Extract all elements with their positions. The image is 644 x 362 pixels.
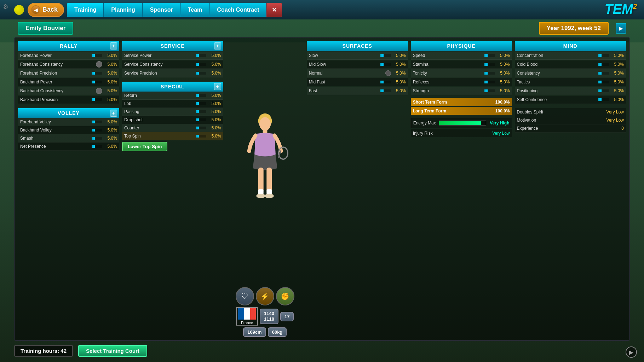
svg-rect-5: [258, 168, 263, 192]
stat-slow: Slow 5.0%: [307, 52, 408, 60]
stat-normal: Normal 5.0%: [307, 69, 408, 77]
stat-forehand-precision: Forehand Precision 5.0%: [18, 69, 119, 77]
stat-backhand-precision: Backhand Precision 5.0%: [18, 96, 119, 104]
stat-speed: Speed 5.0%: [411, 52, 512, 60]
weight-display: 60kg: [268, 327, 287, 337]
stat-service-consistency: Service Consistency 5.0%: [122, 60, 223, 69]
stat-drop-shot: Drop shot 5.0%: [122, 116, 223, 124]
top-bar: ⚙ ◀ Back Training Planning Sponsor Team …: [0, 0, 644, 19]
stat-smash: Smash 5.0%: [18, 134, 119, 142]
age-display: 17: [280, 312, 294, 321]
back-button[interactable]: ◀ Back: [28, 3, 64, 17]
stat-top-spin: Top Spin 5.0%: [122, 132, 223, 140]
svg-point-9: [256, 194, 265, 198]
tab-coach-contract[interactable]: Coach Contract: [209, 3, 266, 17]
special-header: SPECIAL +: [122, 82, 223, 92]
skill-icon-3: ✊: [276, 287, 294, 305]
service-plus-button[interactable]: +: [214, 42, 221, 49]
rally-header: RALLY +: [18, 41, 119, 51]
stat-doubles-spirit: Doubles Spirit Very Low: [515, 108, 626, 116]
back-label: Back: [42, 6, 58, 13]
stat-strength: Strength 5.0%: [411, 87, 512, 95]
bottom-right-arrow[interactable]: ▶: [626, 346, 637, 358]
next-week-button[interactable]: ▶: [616, 23, 626, 34]
rally-plus-button[interactable]: +: [110, 42, 117, 49]
stat-experience: Experience 0: [515, 124, 626, 133]
lower-topspin-button[interactable]: Lower Top Spin: [122, 142, 168, 151]
player-bar: Emily Bouvier Year 1992, week 52 ▶: [18, 22, 626, 35]
center-player-section: 🛡 ⚡ ✊ France 1140 1118 17: [226, 41, 304, 337]
stat-tactics: Tactics 5.0%: [515, 78, 626, 86]
player-info-icons: 🛡 ⚡ ✊ France 1140 1118 17: [226, 287, 304, 337]
stat-consistency: Consistency 5.0%: [515, 69, 626, 77]
service-special-section: SERVICE + Service Power 5.0% Service Con…: [122, 41, 223, 337]
physique-section: PHYSIQUE Speed 5.0% Stamina 5.0% Tonicit…: [411, 41, 512, 337]
stat-passing: Passing 5.0%: [122, 108, 223, 116]
nav-tabs: Training Planning Sponsor Team Coach Con…: [67, 3, 266, 17]
skill-icon-1: 🛡: [236, 287, 254, 305]
player-avatar: [237, 110, 293, 216]
stat-service-power: Service Power 5.0%: [122, 52, 223, 60]
tab-planning[interactable]: Planning: [104, 3, 143, 17]
height-display: 169cm: [243, 327, 266, 337]
service-header: SERVICE +: [122, 41, 223, 51]
stat-counter: Counter 5.0%: [122, 124, 223, 132]
stat-short-term-form: Short Term Form 100.0%: [411, 98, 512, 106]
svg-point-1: [259, 117, 271, 131]
stat-motivation: Motivation Very Low: [515, 116, 626, 124]
svg-rect-6: [266, 168, 272, 192]
close-button[interactable]: ×: [266, 3, 282, 17]
volley-plus-button[interactable]: +: [110, 110, 117, 117]
physique-header: PHYSIQUE: [411, 41, 512, 51]
stat-backhand-consistency: Backhand Consistency 5.0%: [18, 87, 119, 95]
stat-forehand-consistency: Forehand Consistency 5.0%: [18, 60, 119, 69]
stat-long-term-form: Long Term Form 100.0%: [411, 107, 512, 115]
back-arrow-icon: ◀: [31, 5, 40, 14]
energy-bar: [439, 121, 486, 125]
stat-concentration: Concentration 5.0%: [515, 52, 626, 60]
surfaces-header: SURFACES: [307, 41, 408, 51]
main-content: RALLY + Forehand Power 5.0% Forehand Con…: [14, 37, 630, 341]
stat-forehand-volley: Forehand Volley 5.0%: [18, 118, 119, 126]
stat-lob: Lob 5.0%: [122, 100, 223, 108]
settings-icon[interactable]: ⚙: [3, 3, 8, 11]
stat-mid-slow: Mid Slow 5.0%: [307, 60, 408, 69]
mind-section: MIND Concentration 5.0% Cold Blood 5.0% …: [515, 41, 626, 337]
stat-positioning: Positioning 5.0%: [515, 87, 626, 95]
stat-cold-blood: Cold Blood 5.0%: [515, 60, 626, 69]
skill-icon-2: ⚡: [256, 287, 274, 305]
flag-france: France: [236, 307, 258, 326]
mind-header: MIND: [515, 41, 626, 51]
stat-backhand-power: Backhand Power 5.0%: [18, 78, 119, 86]
stat-stamina: Stamina 5.0%: [411, 60, 512, 69]
stat-net-presence: Net Presence 5.0%: [18, 142, 119, 151]
special-plus-button[interactable]: +: [214, 83, 221, 90]
svg-point-10: [265, 194, 274, 198]
year-display: Year 1992, week 52: [539, 22, 609, 35]
tab-training[interactable]: Training: [67, 3, 104, 17]
stat-fast: Fast 5.0%: [307, 87, 408, 95]
stat-mid-fast: Mid Fast 5.0%: [307, 78, 408, 86]
tab-team[interactable]: Team: [180, 3, 210, 17]
stat-reflexes: Reflexes 5.0%: [411, 78, 512, 86]
player-name: Emily Bouvier: [18, 22, 73, 35]
volley-header: VOLLEY +: [18, 108, 119, 118]
stat-self-confidence: Self Confidence 5.0%: [515, 96, 626, 104]
select-court-button[interactable]: Select Training Court: [78, 345, 147, 357]
tem-logo: TEM2: [605, 2, 637, 17]
stat-forehand-power: Forehand Power 5.0%: [18, 52, 119, 60]
injury-row: Injury Risk Very Low: [411, 129, 512, 137]
stat-backhand-volley: Backhand Volley 5.0%: [18, 126, 119, 134]
surfaces-section: SURFACES Slow 5.0% Mid Slow 5.0% Normal …: [307, 41, 408, 337]
tennis-ball-icon: [14, 5, 24, 15]
stat-tonicity: Tonicity 5.0%: [411, 69, 512, 77]
energy-row: Energy Max Very High: [411, 118, 512, 128]
stat-return: Return 5.0%: [122, 92, 223, 100]
tab-sponsor[interactable]: Sponsor: [143, 3, 180, 17]
ranking-display: 1140 1118: [260, 309, 278, 324]
stat-service-precision: Service Precision 5.0%: [122, 69, 223, 77]
rally-section: RALLY + Forehand Power 5.0% Forehand Con…: [18, 41, 119, 337]
training-hours-display: Training hours: 42: [14, 345, 73, 357]
bottom-bar: Training hours: 42 Select Training Court: [14, 343, 630, 358]
